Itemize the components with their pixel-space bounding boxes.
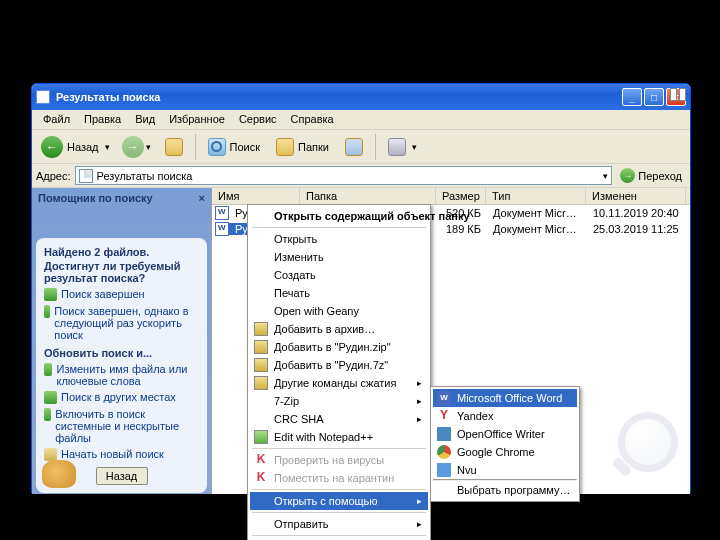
openoffice-icon xyxy=(437,427,451,441)
sync-icon xyxy=(345,138,363,156)
window-title: Результаты поиска xyxy=(56,91,620,103)
ctx-virus-check: KПроверить на вирусы xyxy=(250,451,428,469)
arrow-icon xyxy=(44,408,51,421)
refine-change-name[interactable]: Изменить имя файла или ключевые слова xyxy=(44,363,199,387)
ctx-other-compress[interactable]: Другие команды сжатия xyxy=(250,374,428,392)
nvu-icon xyxy=(437,463,451,477)
menu-separator xyxy=(252,512,426,513)
openwith-word[interactable]: WMicrosoft Office Word xyxy=(433,389,577,407)
magnifier-icon xyxy=(608,412,678,482)
search-companion-pane: Помощник по поиску × Найдено 2 файлов. Д… xyxy=(32,188,212,494)
back-button[interactable]: ← Назад ▾ xyxy=(36,133,115,161)
address-value: Результаты поиска xyxy=(97,170,193,182)
ctx-edit[interactable]: Изменить xyxy=(250,248,428,266)
toolbar: ← Назад ▾ → ▾ Поиск Папки ▾ xyxy=(32,130,690,164)
word-icon: W xyxy=(437,391,451,405)
arrow-icon xyxy=(44,391,57,404)
menu-help[interactable]: Справка xyxy=(284,110,341,129)
col-type[interactable]: Тип xyxy=(486,188,586,204)
ctx-add-7z[interactable]: Добавить в "Рудин.7z" xyxy=(250,356,428,374)
separator xyxy=(195,134,196,160)
views-icon xyxy=(388,138,406,156)
menu-tools[interactable]: Сервис xyxy=(232,110,284,129)
back-label: Назад xyxy=(67,141,99,153)
col-size[interactable]: Размер xyxy=(436,188,486,204)
ctx-add-zip[interactable]: Добавить в "Рудин.zip" xyxy=(250,338,428,356)
col-modified[interactable]: Изменен xyxy=(586,188,686,204)
go-icon: → xyxy=(620,168,635,183)
notepadpp-icon xyxy=(254,430,268,444)
ctx-quarantine: KПоместить на карантин xyxy=(250,469,428,487)
window-icon xyxy=(36,90,50,104)
folder-icon xyxy=(276,138,294,156)
col-folder[interactable]: Папка xyxy=(300,188,436,204)
ctx-open-with[interactable]: Открыть с помощью xyxy=(250,492,428,510)
chevron-down-icon[interactable]: ▾ xyxy=(105,142,110,152)
openwith-oowriter[interactable]: OpenOffice Writer xyxy=(433,425,577,443)
context-menu: Открыть содержащий объект папку Открыть … xyxy=(247,204,431,540)
archive-icon xyxy=(254,358,268,372)
sidebar-title: Помощник по поиску xyxy=(38,192,153,204)
kaspersky-icon: K xyxy=(254,471,268,485)
close-sidebar-button[interactable]: × xyxy=(199,192,205,204)
archive-icon xyxy=(254,340,268,354)
word-doc-icon xyxy=(215,206,229,220)
address-field[interactable]: Результаты поиска ▾ xyxy=(75,166,613,185)
titlebar[interactable]: Результаты поиска _ □ × xyxy=(32,84,690,110)
kaspersky-icon: K xyxy=(254,453,268,467)
go-label: Переход xyxy=(638,170,682,182)
search-balloon: Найдено 2 файлов. Достигнут ли требуемый… xyxy=(36,238,207,493)
refine-header: Обновить поиск и... xyxy=(44,347,199,359)
ctx-send-to[interactable]: Отправить xyxy=(250,515,428,533)
ctx-open-containing-folder[interactable]: Открыть содержащий объект папку xyxy=(250,207,428,225)
ctx-notepadpp[interactable]: Edit with Notepad++ xyxy=(250,428,428,446)
search-button[interactable]: Поиск xyxy=(201,133,267,161)
go-button[interactable]: → Переход xyxy=(616,166,686,185)
ctx-create[interactable]: Создать xyxy=(250,266,428,284)
folders-label: Папки xyxy=(298,141,329,153)
folder-up-icon xyxy=(165,138,183,156)
menu-edit[interactable]: Правка xyxy=(77,110,128,129)
menu-favorites[interactable]: Избранное xyxy=(162,110,232,129)
openwith-chrome[interactable]: Google Chrome xyxy=(433,443,577,461)
sync-button[interactable] xyxy=(338,133,370,161)
ctx-crc-sha[interactable]: CRC SHA xyxy=(250,410,428,428)
yandex-icon: Y xyxy=(437,409,451,423)
new-search[interactable]: Начать новый поиск xyxy=(44,448,199,461)
refine-other-locations[interactable]: Поиск в других местах xyxy=(44,391,199,404)
menu-separator xyxy=(252,489,426,490)
ctx-add-archive[interactable]: Добавить в архив… xyxy=(250,320,428,338)
openwith-choose[interactable]: Выбрать программу… xyxy=(433,481,577,499)
option-done-faster[interactable]: Поиск завершен, однако в следующий раз у… xyxy=(44,305,199,341)
folders-button[interactable]: Папки xyxy=(269,133,336,161)
minimize-button[interactable]: _ xyxy=(622,88,642,106)
back-wizard-button[interactable]: Назад xyxy=(96,467,148,485)
separator xyxy=(375,134,376,160)
refine-include-system[interactable]: Включить в поиск системные и нескрытые ф… xyxy=(44,408,199,444)
archive-icon xyxy=(254,322,268,336)
menu-view[interactable]: Вид xyxy=(128,110,162,129)
ctx-open-geany[interactable]: Open with Geany xyxy=(250,302,428,320)
up-button[interactable] xyxy=(158,133,190,161)
maximize-button[interactable]: □ xyxy=(644,88,664,106)
arrow-icon xyxy=(44,288,57,301)
arrow-icon xyxy=(44,363,52,376)
openwith-nvu[interactable]: Nvu xyxy=(433,461,577,479)
option-done[interactable]: Поиск завершен xyxy=(44,288,199,301)
open-with-submenu: WMicrosoft Office Word YYandex OpenOffic… xyxy=(430,386,580,502)
forward-button[interactable]: → ▾ xyxy=(117,133,156,161)
menu-file[interactable]: Файл xyxy=(36,110,77,129)
back-icon: ← xyxy=(41,136,63,158)
views-button[interactable]: ▾ xyxy=(381,133,424,161)
ctx-print[interactable]: Печать xyxy=(250,284,428,302)
forward-icon: → xyxy=(122,136,144,158)
chevron-down-icon[interactable]: ▾ xyxy=(146,142,151,152)
ctx-7zip[interactable]: 7-Zip xyxy=(250,392,428,410)
openwith-yandex[interactable]: YYandex xyxy=(433,407,577,425)
chevron-down-icon[interactable]: ▾ xyxy=(603,171,608,181)
arrow-icon xyxy=(44,305,50,318)
menu-separator xyxy=(252,535,426,536)
ctx-open[interactable]: Открыть xyxy=(250,230,428,248)
col-name[interactable]: Имя xyxy=(212,188,300,204)
search-dog-icon[interactable] xyxy=(42,460,76,488)
